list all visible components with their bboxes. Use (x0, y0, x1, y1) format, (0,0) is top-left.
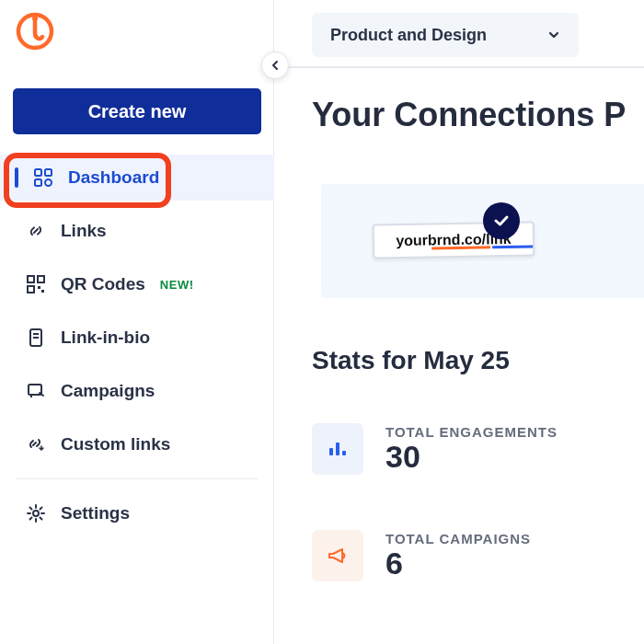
campaigns-icon (26, 381, 46, 401)
brand-logo (15, 11, 55, 52)
link-icon (26, 221, 46, 241)
svg-rect-18 (336, 443, 339, 455)
svg-point-1 (32, 16, 38, 21)
svg-rect-10 (41, 290, 44, 293)
main-content: Product and Design Your Connections P yo… (275, 0, 644, 644)
stat-label: TOTAL CAMPAIGNS (385, 531, 531, 546)
check-icon (492, 212, 511, 230)
create-new-button[interactable]: Create new (13, 88, 261, 134)
verified-check-badge (483, 202, 520, 239)
svg-rect-3 (45, 169, 52, 176)
svg-rect-19 (342, 451, 346, 455)
sidebar: Create new Dashboard Links (0, 0, 274, 644)
bar-chart-icon (312, 423, 363, 475)
svg-rect-7 (38, 276, 44, 282)
chevron-left-icon (270, 60, 281, 71)
sidebar-item-label: Dashboard (68, 167, 159, 188)
svg-rect-17 (329, 448, 333, 455)
sidebar-item-links[interactable]: Links (0, 208, 274, 254)
sidebar-item-dashboard[interactable]: Dashboard (0, 155, 274, 201)
sidebar-item-settings[interactable]: Settings (0, 490, 274, 536)
custom-links-icon (26, 434, 46, 454)
sidebar-item-label: QR Codes (61, 274, 145, 294)
stat-value: 6 (385, 546, 531, 581)
promo-panel: yourbrnd.co/link (321, 184, 644, 298)
sidebar-item-label: Settings (61, 503, 130, 523)
qr-code-icon (26, 274, 46, 294)
svg-rect-9 (38, 286, 40, 289)
svg-rect-6 (28, 276, 34, 282)
stat-label: TOTAL ENGAGEMENTS (385, 424, 558, 440)
stats-heading: Stats for May 25 (312, 346, 510, 375)
page-title: Your Connections P (312, 96, 626, 134)
megaphone-icon (312, 530, 363, 581)
svg-point-5 (45, 179, 52, 186)
collapse-sidebar-button[interactable] (261, 52, 289, 79)
underline-blue (492, 245, 533, 248)
svg-rect-8 (28, 286, 34, 293)
sidebar-item-label: Campaigns (61, 381, 155, 401)
svg-rect-2 (35, 169, 41, 176)
sidebar-item-link-in-bio[interactable]: Link-in-bio (0, 315, 274, 361)
sidebar-divider (17, 478, 258, 479)
new-badge: NEW! (160, 278, 194, 292)
link-in-bio-icon (26, 328, 46, 348)
sidebar-item-label: Custom links (61, 434, 170, 454)
workspace-selector[interactable]: Product and Design (312, 13, 579, 57)
sidebar-nav: Dashboard Links QR Codes NEW! (0, 155, 274, 544)
gear-icon (26, 503, 46, 523)
sidebar-item-custom-links[interactable]: Custom links (0, 421, 274, 467)
sidebar-item-campaigns[interactable]: Campaigns (0, 368, 274, 414)
svg-point-16 (33, 511, 39, 516)
dashboard-icon (33, 167, 53, 188)
sidebar-item-label: Links (61, 221, 107, 241)
stat-campaigns: TOTAL CAMPAIGNS 6 (312, 530, 531, 581)
underline-orange (431, 246, 490, 249)
chevron-down-icon (547, 29, 560, 41)
workspace-selector-label: Product and Design (330, 26, 487, 45)
sidebar-item-label: Link-in-bio (61, 328, 150, 348)
header-divider (275, 66, 644, 68)
stat-value: 30 (385, 440, 558, 474)
sidebar-item-qr-codes[interactable]: QR Codes NEW! (0, 261, 274, 307)
svg-rect-4 (35, 179, 41, 186)
stat-engagements: TOTAL ENGAGEMENTS 30 (312, 423, 558, 475)
